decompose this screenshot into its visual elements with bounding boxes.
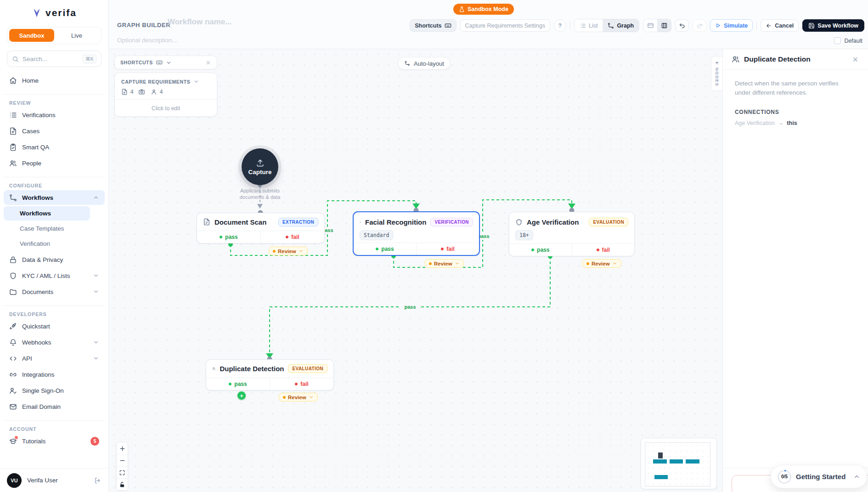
- chevron-up-icon: [93, 194, 99, 201]
- node-duplicate-detection[interactable]: Duplicate Detection EVALUATION pass fail: [206, 359, 334, 390]
- add-connection-button[interactable]: +: [237, 391, 246, 400]
- plus-icon: [119, 445, 126, 452]
- search-input[interactable]: [23, 56, 79, 62]
- undo-button[interactable]: [675, 19, 689, 32]
- view-switcher: List Graph: [574, 19, 639, 32]
- auto-layout-button[interactable]: Auto-layout: [398, 57, 451, 70]
- chevron-down-icon: [93, 272, 99, 279]
- zoom-out-button[interactable]: [117, 454, 128, 466]
- review-dropdown[interactable]: Review: [425, 259, 464, 268]
- breadcrumb: GRAPH BUILDER: [117, 22, 170, 28]
- fail-dot: [295, 383, 298, 385]
- close-icon[interactable]: [205, 60, 211, 66]
- sandbox-toggle[interactable]: Sandbox: [9, 29, 54, 42]
- sidebar-subitem-workflows[interactable]: Workflows: [4, 206, 90, 221]
- tab-list-view[interactable]: List: [575, 19, 603, 32]
- lock-button[interactable]: [117, 478, 128, 490]
- nav-section-developers: DEVELOPERS: [4, 305, 105, 317]
- close-icon[interactable]: [852, 56, 859, 63]
- sidebar-item-quickstart[interactable]: Quickstart: [4, 319, 105, 334]
- home-icon: [9, 77, 17, 85]
- sidebar-item-documents[interactable]: Documents: [4, 284, 105, 299]
- workflow-name-input[interactable]: [168, 17, 305, 27]
- default-checkbox[interactable]: [834, 37, 841, 44]
- zoom-in-button[interactable]: [117, 442, 128, 454]
- pass-label: pass: [381, 246, 394, 252]
- minimap[interactable]: [641, 438, 717, 489]
- fail-outcome[interactable]: fail: [416, 243, 479, 255]
- user-name: Verifa User: [27, 477, 89, 484]
- cancel-button[interactable]: Cancel: [761, 19, 799, 32]
- sidebar-item-people[interactable]: People: [4, 156, 105, 170]
- node-config-tag[interactable]: Standard: [360, 230, 393, 240]
- minimap-node-duplicate-detection: [654, 475, 668, 479]
- search-box[interactable]: ⌘K: [7, 51, 101, 67]
- simulate-button[interactable]: Simulate: [710, 19, 753, 32]
- redo-button[interactable]: [693, 19, 706, 32]
- redo-icon: [696, 22, 703, 29]
- users-icon: [732, 55, 740, 63]
- sidebar-item-workflows[interactable]: Workflows: [4, 190, 105, 205]
- pass-outcome[interactable]: pass: [509, 244, 572, 256]
- verifa-logo-icon: [32, 8, 42, 18]
- toolbar-actions: Shortcuts Capture Requirements Settings …: [410, 19, 864, 32]
- help-button[interactable]: ?: [554, 19, 566, 32]
- list-icon: [580, 23, 586, 29]
- sidebar-item-cases[interactable]: Cases: [4, 124, 105, 138]
- sidebar-item-email-domain[interactable]: Email Domain: [4, 399, 105, 414]
- shortcuts-button[interactable]: Shortcuts: [410, 19, 456, 32]
- capture-requirements-card[interactable]: CAPTURE REQUIREMENTS 4 4 Click to edit: [114, 73, 217, 117]
- capture-requirements-settings-button[interactable]: Capture Requirements Settings: [460, 19, 550, 32]
- nodes-drawer-tab[interactable]: + NODES: [711, 56, 722, 91]
- sidebar-item-tutorials[interactable]: Tutorials 5: [4, 434, 105, 448]
- sidebar-item-data-privacy[interactable]: Data & Privacy: [4, 252, 105, 267]
- fail-outcome[interactable]: fail: [260, 231, 324, 243]
- sidebar-item-smart-qa[interactable]: Smart QA: [4, 140, 105, 154]
- review-dropdown[interactable]: Review: [279, 393, 318, 402]
- user-menu[interactable]: VU Verifa User: [0, 468, 108, 492]
- save-workflow-button[interactable]: Save Workflow: [802, 19, 864, 32]
- chevron-down-icon[interactable]: [193, 79, 199, 85]
- compact-view-button[interactable]: [643, 19, 657, 32]
- pass-outcome[interactable]: pass: [206, 378, 270, 390]
- node-capture[interactable]: Capture: [242, 148, 278, 185]
- logo[interactable]: verifa: [0, 0, 108, 24]
- workflow-description-input[interactable]: [117, 37, 282, 44]
- logout-icon[interactable]: [94, 477, 101, 484]
- pass-outcome[interactable]: pass: [354, 243, 416, 255]
- workflow-canvas[interactable]: pass pass pass SHORTCUTS CAPTURE REQUIRE…: [109, 49, 722, 492]
- fail-outcome[interactable]: fail: [270, 378, 333, 390]
- sidebar-item-integrations[interactable]: Integrations: [4, 367, 105, 382]
- nav-section-configure: CONFIGURE: [4, 177, 105, 188]
- review-label: Review: [434, 261, 452, 266]
- sidebar-item-home[interactable]: Home: [4, 73, 105, 88]
- sidebar-item-single-sign-on[interactable]: Single Sign-On: [4, 383, 105, 398]
- link-icon: [9, 371, 17, 379]
- minimap-node-facial-recognition: [670, 459, 683, 464]
- node-config-tag[interactable]: 18+: [515, 230, 533, 240]
- review-dropdown[interactable]: Review: [269, 247, 308, 255]
- sidebar-subitem-case-templates[interactable]: Case Templates: [4, 221, 105, 236]
- live-toggle[interactable]: Live: [54, 29, 99, 42]
- fail-dot: [441, 248, 444, 250]
- sidebar-subitem-verification[interactable]: Verification: [4, 237, 105, 251]
- click-to-edit-hint[interactable]: Click to edit: [115, 99, 217, 117]
- fail-outcome[interactable]: fail: [572, 244, 635, 256]
- lock-icon: [9, 256, 17, 264]
- panels-view-button[interactable]: [657, 19, 671, 32]
- node-document-scan[interactable]: Document Scan EXTRACTION pass fail: [197, 213, 325, 243]
- sidebar-item-kyc[interactable]: KYC / AML / Lists: [4, 268, 105, 283]
- chevron-down-icon[interactable]: [166, 60, 172, 66]
- review-dropdown[interactable]: Review: [582, 259, 621, 268]
- sidebar-item-api[interactable]: API: [4, 351, 105, 366]
- tab-graph-view[interactable]: Graph: [603, 19, 639, 32]
- pass-dot: [220, 236, 222, 238]
- sidebar-item-verifications[interactable]: Verifications: [4, 107, 105, 122]
- nav-section-review: REVIEW: [4, 94, 105, 106]
- node-age-verification[interactable]: Age Verification EVALUATION 18+ pass fai…: [509, 212, 635, 256]
- pass-outcome[interactable]: pass: [197, 231, 260, 243]
- node-facial-recognition[interactable]: Facial Recognition VERIFICATION Standard…: [353, 211, 480, 256]
- fit-view-button[interactable]: [117, 466, 128, 478]
- getting-started-widget[interactable]: 0/5 Getting Started: [771, 465, 867, 488]
- sidebar-item-webhooks[interactable]: Webhooks: [4, 335, 105, 350]
